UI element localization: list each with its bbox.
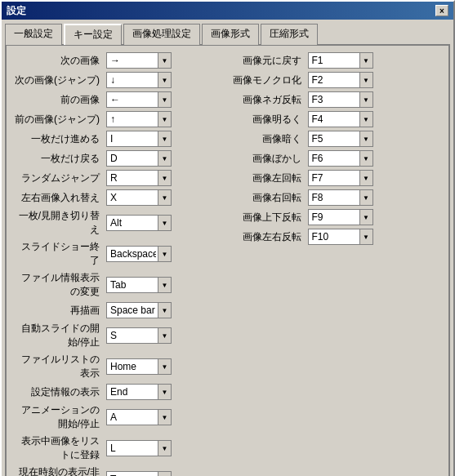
right-row: 画像ネガ反転F1F2F3F4F5F6F7F8F9F10▼ (231, 91, 443, 108)
tab-general[interactable]: 一般設定 (5, 24, 62, 45)
left-row: 現在時刻の表示/非表示→←↑↓Space barAltBackspaceTabH… (13, 465, 225, 476)
select-wrapper: →←↑↓Space barAltBackspaceTabHomeEndSRXID… (106, 72, 172, 88)
select-wrapper: F1F2F3F4F5F6F7F8F9F10▼ (308, 52, 373, 69)
key-select[interactable]: F1F2F3F4F5F6F7F8F9F10 (308, 150, 373, 167)
key-select[interactable]: →←↑↓Space barAltBackspaceTabHomeEndSRXID… (106, 111, 172, 127)
key-select[interactable]: →←↑↓Space barAltBackspaceTabHomeEndSRXID… (106, 277, 172, 293)
row-label: 画像上下反転 (231, 211, 305, 225)
left-row: ランダムジャンプ→←↑↓Space barAltBackspaceTabHome… (13, 170, 225, 186)
key-select[interactable]: →←↑↓Space barAltBackspaceTabHomeEndSRXID… (106, 327, 172, 344)
row-label: 設定情報の表示 (13, 385, 103, 399)
select-wrapper: →←↑↓Space barAltBackspaceTabHomeEndSRXID… (106, 52, 172, 69)
key-select[interactable]: →←↑↓Space barAltBackspaceTabHomeEndSRXID… (106, 471, 172, 476)
select-wrapper: F1F2F3F4F5F6F7F8F9F10▼ (308, 91, 373, 108)
row-label: 自動スライドの開始/停止 (13, 322, 103, 349)
key-select[interactable]: F1F2F3F4F5F6F7F8F9F10 (308, 72, 373, 88)
row-label: 一枚だけ進める (13, 132, 103, 146)
row-label: 画像右回転 (231, 191, 305, 205)
row-label: 現在時刻の表示/非表示 (13, 465, 103, 476)
key-select[interactable]: →←↑↓Space barAltBackspaceTabHomeEndSRXID… (106, 246, 172, 262)
key-select[interactable]: F1F2F3F4F5F6F7F8F9F10 (308, 111, 373, 127)
key-select[interactable]: →←↑↓Space barAltBackspaceTabHomeEndSRXID… (106, 409, 172, 425)
close-button[interactable]: × (435, 5, 448, 16)
select-wrapper: F1F2F3F4F5F6F7F8F9F10▼ (308, 229, 373, 245)
select-wrapper: F1F2F3F4F5F6F7F8F9F10▼ (308, 72, 373, 88)
left-row: 再描画→←↑↓Space barAltBackspaceTabHomeEndSR… (13, 302, 225, 318)
select-wrapper: →←↑↓Space barAltBackspaceTabHomeEndSRXID… (106, 358, 172, 375)
right-row: 画像右回転F1F2F3F4F5F6F7F8F9F10▼ (231, 189, 443, 206)
left-row: 一枚だけ戻る→←↑↓Space barAltBackspaceTabHomeEn… (13, 150, 225, 167)
key-select[interactable]: →←↑↓Space barAltBackspaceTabHomeEndSRXID… (106, 189, 172, 206)
tab-image-format[interactable]: 画像形式 (202, 24, 259, 45)
key-select[interactable]: →←↑↓Space barAltBackspaceTabHomeEndSRXID… (106, 72, 172, 88)
select-wrapper: F1F2F3F4F5F6F7F8F9F10▼ (308, 150, 373, 167)
title-bar: 設定 × (2, 2, 453, 20)
key-select[interactable]: →←↑↓Space barAltBackspaceTabHomeEndSRXID… (106, 384, 172, 400)
left-row: 左右画像入れ替え→←↑↓Space barAltBackspaceTabHome… (13, 189, 225, 206)
left-row: 表示中画像をリストに登録→←↑↓Space barAltBackspaceTab… (13, 434, 225, 462)
right-row: 画像上下反転F1F2F3F4F5F6F7F8F9F10▼ (231, 209, 443, 225)
tab-key-settings[interactable]: キー設定 (64, 24, 122, 45)
key-select[interactable]: →←↑↓Space barAltBackspaceTabHomeEndSRXID… (106, 215, 172, 231)
select-wrapper: F1F2F3F4F5F6F7F8F9F10▼ (308, 111, 373, 127)
row-label: 次の画像 (13, 54, 103, 68)
row-label: 画像ぼかし (231, 152, 305, 166)
window-title: 設定 (7, 4, 26, 18)
row-label: 画像左右反転 (231, 230, 305, 244)
key-select[interactable]: →←↑↓Space barAltBackspaceTabHomeEndSRXID… (106, 358, 172, 375)
select-wrapper: F1F2F3F4F5F6F7F8F9F10▼ (308, 131, 373, 147)
key-select[interactable]: F1F2F3F4F5F6F7F8F9F10 (308, 209, 373, 225)
key-select[interactable]: →←↑↓Space barAltBackspaceTabHomeEndSRXID… (106, 302, 172, 318)
left-column: 次の画像→←↑↓Space barAltBackspaceTabHomeEndS… (13, 52, 225, 476)
key-select[interactable]: F1F2F3F4F5F6F7F8F9F10 (308, 170, 373, 186)
right-row: 画像左回転F1F2F3F4F5F6F7F8F9F10▼ (231, 170, 443, 186)
left-row: 一枚/見開き切り替え→←↑↓Space barAltBackspaceTabHo… (13, 209, 225, 237)
left-row: 自動スライドの開始/停止→←↑↓Space barAltBackspaceTab… (13, 322, 225, 349)
right-row: 画像左右反転F1F2F3F4F5F6F7F8F9F10▼ (231, 229, 443, 245)
key-select[interactable]: →←↑↓Space barAltBackspaceTabHomeEndSRXID… (106, 52, 172, 69)
row-label: スライドショー終了 (13, 240, 103, 268)
tab-compression[interactable]: 圧縮形式 (261, 24, 318, 45)
row-label: 次の画像(ジャンプ) (13, 73, 103, 87)
tab-image-processing[interactable]: 画像処理設定 (123, 24, 200, 45)
key-select[interactable]: F1F2F3F4F5F6F7F8F9F10 (308, 52, 373, 69)
select-wrapper: F1F2F3F4F5F6F7F8F9F10▼ (308, 189, 373, 206)
key-select[interactable]: →←↑↓Space barAltBackspaceTabHomeEndSRXID… (106, 150, 172, 167)
right-row: 画像暗くF1F2F3F4F5F6F7F8F9F10▼ (231, 131, 443, 147)
row-label: 再描画 (13, 304, 103, 318)
key-select[interactable]: F1F2F3F4F5F6F7F8F9F10 (308, 229, 373, 245)
key-select[interactable]: F1F2F3F4F5F6F7F8F9F10 (308, 131, 373, 147)
select-wrapper: →←↑↓Space barAltBackspaceTabHomeEndSRXID… (106, 471, 172, 476)
select-wrapper: →←↑↓Space barAltBackspaceTabHomeEndSRXID… (106, 302, 172, 318)
right-column: 画像元に戻すF1F2F3F4F5F6F7F8F9F10▼画像モノクロ化F1F2F… (231, 52, 443, 476)
row-label: 画像モノクロ化 (231, 73, 305, 87)
row-label: 一枚/見開き切り替え (13, 209, 103, 237)
key-select[interactable]: →←↑↓Space barAltBackspaceTabHomeEndSRXID… (106, 131, 172, 147)
select-wrapper: →←↑↓Space barAltBackspaceTabHomeEndSRXID… (106, 131, 172, 147)
left-row: 次の画像→←↑↓Space barAltBackspaceTabHomeEndS… (13, 52, 225, 69)
key-select[interactable]: →←↑↓Space barAltBackspaceTabHomeEndSRXID… (106, 170, 172, 186)
select-wrapper: →←↑↓Space barAltBackspaceTabHomeEndSRXID… (106, 409, 172, 425)
row-label: 表示中画像をリストに登録 (13, 434, 103, 462)
left-row: ファイル情報表示の変更→←↑↓Space barAltBackspaceTabH… (13, 271, 225, 299)
left-row: 前の画像(ジャンプ)→←↑↓Space barAltBackspaceTabHo… (13, 111, 225, 127)
key-select[interactable]: →←↑↓Space barAltBackspaceTabHomeEndSRXID… (106, 91, 172, 108)
left-row: ファイルリストの表示→←↑↓Space barAltBackspaceTabHo… (13, 353, 225, 380)
tab-bar: 一般設定 キー設定 画像処理設定 画像形式 圧縮形式 (2, 20, 453, 44)
row-label: 画像ネガ反転 (231, 93, 305, 107)
row-label: ファイル情報表示の変更 (13, 271, 103, 299)
row-label: 画像元に戻す (231, 54, 305, 68)
row-label: 画像左回転 (231, 171, 305, 185)
row-label: ランダムジャンプ (13, 171, 103, 185)
row-label: 前の画像(ジャンプ) (13, 113, 103, 127)
tab-content: 次の画像→←↑↓Space barAltBackspaceTabHomeEndS… (5, 44, 450, 476)
right-row: 画像明るくF1F2F3F4F5F6F7F8F9F10▼ (231, 111, 443, 127)
key-select[interactable]: F1F2F3F4F5F6F7F8F9F10 (308, 189, 373, 206)
select-wrapper: →←↑↓Space barAltBackspaceTabHomeEndSRXID… (106, 277, 172, 293)
select-wrapper: →←↑↓Space barAltBackspaceTabHomeEndSRXID… (106, 440, 172, 456)
select-wrapper: →←↑↓Space barAltBackspaceTabHomeEndSRXID… (106, 189, 172, 206)
select-wrapper: F1F2F3F4F5F6F7F8F9F10▼ (308, 209, 373, 225)
key-select[interactable]: F1F2F3F4F5F6F7F8F9F10 (308, 91, 373, 108)
row-label: 前の画像 (13, 93, 103, 107)
key-select[interactable]: →←↑↓Space barAltBackspaceTabHomeEndSRXID… (106, 440, 172, 456)
